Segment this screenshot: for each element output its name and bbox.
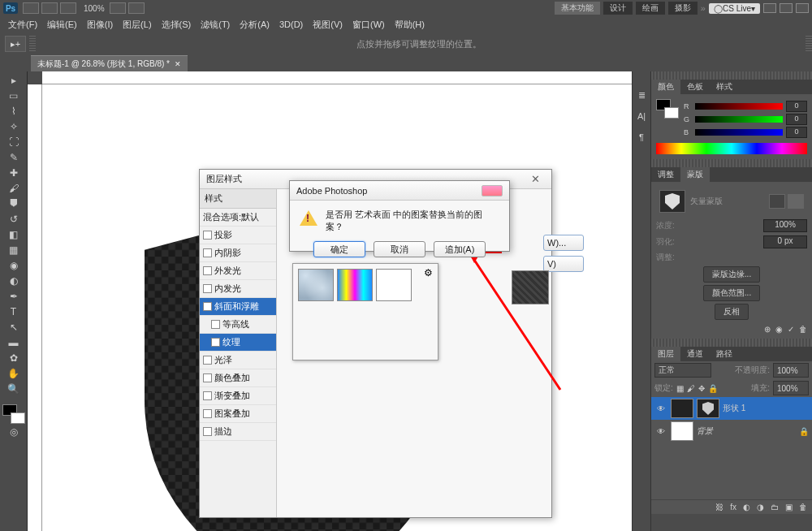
style-item[interactable]: 投影 [200, 227, 276, 244]
lasso-tool-icon[interactable]: ⌇ [5, 104, 23, 119]
checkbox[interactable] [211, 320, 220, 329]
eyedropper-tool-icon[interactable]: ✎ [5, 150, 23, 165]
checkbox[interactable] [203, 266, 212, 275]
mask-thumb[interactable] [697, 399, 719, 418]
pattern-swatch[interactable] [298, 269, 334, 301]
history-panel-icon[interactable]: ≣ [634, 88, 649, 102]
brush-tool-icon[interactable]: 🖌 [5, 181, 23, 196]
shape-tool-icon[interactable]: ▬ [5, 335, 23, 350]
background-swatch[interactable] [11, 412, 25, 424]
adjustment-icon[interactable]: ◑ [757, 503, 764, 512]
tab-adjustments[interactable]: 调整 [651, 167, 680, 182]
window-close-icon[interactable] [796, 3, 809, 13]
dodge-tool-icon[interactable]: ◐ [5, 274, 23, 288]
style-item[interactable]: 外发光 [200, 262, 276, 280]
append-button[interactable]: 追加(A) [434, 241, 486, 257]
tab-masks[interactable]: 蒙版 [680, 167, 710, 182]
checkbox[interactable] [203, 409, 212, 418]
pixel-mask-icon[interactable] [769, 194, 785, 209]
menu-layer[interactable]: 图层(L) [118, 17, 156, 32]
menu-help[interactable]: 帮助(H) [390, 17, 430, 32]
checkbox[interactable] [203, 231, 212, 240]
style-item[interactable]: 纹理 [200, 334, 276, 352]
gear-icon[interactable]: ⚙ [424, 267, 433, 278]
zoom-value[interactable]: 100% [84, 4, 105, 13]
fill-value[interactable]: 100% [773, 381, 809, 395]
close-icon[interactable] [482, 185, 503, 196]
hand-tool-icon[interactable]: ✋ [5, 366, 23, 381]
checkbox[interactable] [203, 356, 212, 365]
menu-select[interactable]: 选择(S) [157, 17, 197, 32]
tab-swatches[interactable]: 色板 [680, 80, 710, 94]
menu-filter[interactable]: 滤镜(T) [196, 17, 235, 32]
checkbox[interactable] [203, 284, 212, 293]
style-item[interactable]: 渐变叠加 [200, 387, 276, 405]
lock-trans-icon[interactable]: ▦ [676, 384, 684, 393]
zoom-tool-icon[interactable]: 🔍 [5, 382, 23, 396]
lock-pixels-icon[interactable]: 🖌 [687, 384, 695, 393]
b-slider[interactable] [695, 129, 783, 136]
mask-icon[interactable]: ◐ [743, 503, 750, 512]
group-icon[interactable]: 🗀 [771, 503, 779, 512]
character-panel-icon[interactable]: A| [634, 109, 649, 123]
color-swatches[interactable] [2, 404, 25, 424]
mask-footer-icon[interactable]: ⊕ [764, 325, 771, 334]
mask-thumb[interactable] [659, 190, 685, 213]
current-tool-icon[interactable]: ▸+ [5, 36, 26, 52]
style-item[interactable]: 内发光 [200, 280, 276, 298]
style-header[interactable]: 样式 [200, 189, 276, 209]
close-icon[interactable]: ✕ [526, 173, 545, 185]
g-value[interactable]: 0 [786, 114, 807, 125]
lock-pos-icon[interactable]: ✥ [698, 384, 705, 393]
vector-mask-icon[interactable] [788, 194, 804, 209]
workspace-tab-painting[interactable]: 绘画 [636, 2, 665, 15]
tab-channels[interactable]: 通道 [680, 347, 710, 361]
workspace-tab-design[interactable]: 设计 [603, 2, 633, 15]
window-min-icon[interactable] [763, 3, 776, 13]
layer-thumb[interactable] [671, 421, 693, 441]
window-max-icon[interactable] [780, 3, 793, 13]
menu-3d[interactable]: 3D(D) [274, 18, 308, 31]
3d-tool-icon[interactable]: ✿ [5, 351, 23, 365]
new-layer-icon[interactable]: ▣ [785, 503, 793, 512]
pattern-preview[interactable] [512, 270, 549, 304]
workspace-tab-photo[interactable]: 摄影 [668, 2, 698, 15]
blend-mode-select[interactable]: 正常 [654, 363, 711, 378]
history-tool-icon[interactable]: ↺ [5, 212, 23, 227]
marquee-tool-icon[interactable]: ▭ [5, 88, 23, 103]
style-item[interactable]: 图案叠加 [200, 405, 276, 423]
topbar-icon[interactable] [23, 2, 39, 14]
cslive-button[interactable]: ◯ CS Live ▾ [709, 3, 760, 14]
path-tool-icon[interactable]: ↖ [5, 320, 23, 335]
invert-button[interactable]: 反相 [715, 304, 749, 320]
cancel-button[interactable]: 取消 [374, 241, 425, 257]
close-icon[interactable]: ✕ [175, 60, 181, 68]
blur-tool-icon[interactable]: ◉ [5, 258, 23, 273]
topbar-icon[interactable] [41, 2, 58, 14]
tab-styles[interactable]: 样式 [710, 80, 739, 94]
checkbox[interactable] [203, 391, 212, 400]
style-item[interactable]: 光泽 [200, 352, 276, 369]
heal-tool-icon[interactable]: ✚ [5, 166, 23, 180]
document-tab[interactable]: 未标题-1 @ 26.8% (形状 1, RGB/8) * ✕ [31, 55, 188, 71]
paragraph-panel-icon[interactable]: ¶ [634, 130, 649, 145]
layer-row-background[interactable]: 👁 背景 🔒 [651, 420, 812, 442]
menu-analysis[interactable]: 分析(A) [235, 17, 274, 32]
eraser-tool-icon[interactable]: ◧ [5, 227, 23, 242]
move-tool-icon[interactable]: ▸ [5, 73, 23, 88]
blend-options-item[interactable]: 混合选项:默认 [200, 209, 276, 227]
visibility-icon[interactable]: 👁 [654, 404, 667, 413]
density-value[interactable]: 100% [763, 219, 807, 232]
visibility-icon[interactable]: 👁 [654, 427, 667, 436]
topbar-icon[interactable] [60, 2, 76, 14]
topbar-icon[interactable] [128, 2, 145, 14]
mask-footer-icon[interactable]: ✓ [788, 325, 794, 334]
crop-tool-icon[interactable]: ⛶ [5, 135, 23, 149]
r-slider[interactable] [695, 103, 783, 110]
tab-color[interactable]: 颜色 [651, 80, 680, 94]
color-range-button[interactable]: 颜色范围... [703, 285, 760, 301]
wand-tool-icon[interactable]: ✧ [5, 119, 23, 134]
topbar-icon[interactable] [110, 2, 126, 14]
r-value[interactable]: 0 [786, 101, 807, 112]
preview-button-partial[interactable]: V) [543, 256, 584, 272]
